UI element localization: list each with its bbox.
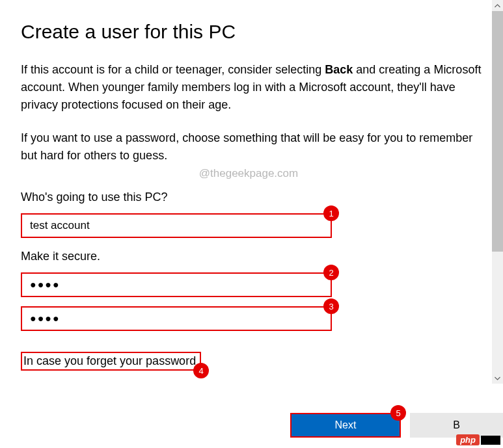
php-box-icon — [481, 436, 500, 445]
footer-bar: Next 5 B — [0, 401, 503, 448]
vertical-scrollbar[interactable] — [492, 0, 503, 384]
confirm-password-field-wrap: 3 — [21, 306, 484, 331]
username-input[interactable] — [21, 213, 332, 238]
scroll-down-arrow-icon[interactable] — [492, 373, 503, 384]
intro-paragraph-2: If you want to use a password, choose so… — [21, 129, 483, 165]
annotation-badge-4: 4 — [193, 363, 209, 378]
annotation-badge-5: 5 — [390, 405, 406, 421]
forget-section-wrap: In case you forget your password 4 — [21, 352, 201, 371]
scroll-thumb[interactable] — [492, 11, 503, 252]
scroll-up-arrow-icon[interactable] — [492, 0, 503, 11]
next-button[interactable]: Next — [290, 413, 401, 438]
intro-text-pre: If this account is for a child or teenag… — [21, 63, 325, 76]
who-section-label: Who's going to use this PC? — [21, 191, 484, 204]
confirm-password-input[interactable] — [21, 306, 332, 331]
next-button-wrap: Next 5 — [290, 413, 401, 438]
intro-paragraph-1: If this account is for a child or teenag… — [21, 61, 483, 114]
php-pill-icon: php — [456, 434, 480, 445]
watermark-text: @thegeekpage.com — [21, 167, 476, 180]
annotation-badge-1: 1 — [323, 205, 339, 221]
username-field-wrap: 1 — [21, 213, 484, 238]
forget-section-label: In case you forget your password — [21, 352, 201, 371]
main-content: Create a user for this PC If this accoun… — [0, 0, 484, 384]
secure-section-label: Make it secure. — [21, 250, 484, 263]
annotation-badge-2: 2 — [323, 265, 339, 280]
annotation-badge-3: 3 — [323, 298, 339, 314]
page-title: Create a user for this PC — [21, 21, 484, 43]
password-field-wrap: 2 — [21, 272, 484, 297]
password-input[interactable] — [21, 272, 332, 297]
php-watermark-overlay: php — [456, 434, 500, 445]
back-bold-text: Back — [325, 63, 353, 76]
